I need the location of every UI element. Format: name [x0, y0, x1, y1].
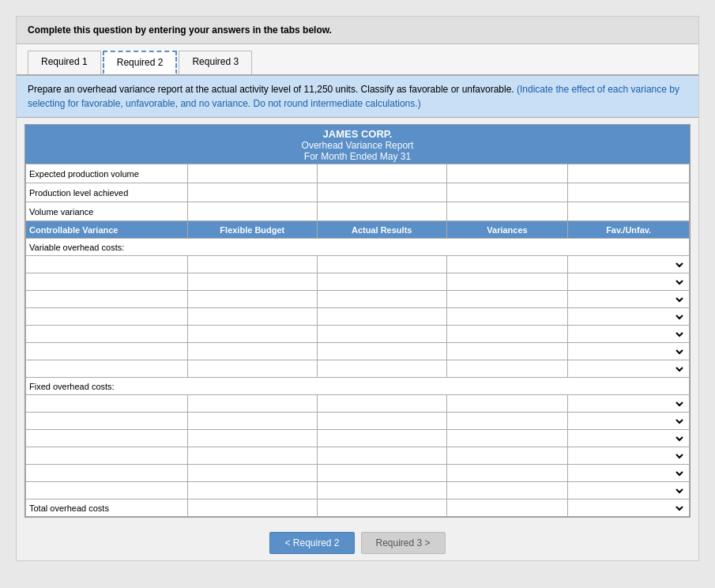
- variable-row-6-variance[interactable]: [446, 343, 568, 360]
- fixed-row-6-flexible[interactable]: [187, 482, 317, 499]
- variable-row-1-actual[interactable]: [317, 256, 446, 273]
- variable-row-5-favunfav[interactable]: FavorableUnfavorableNo variance: [568, 326, 690, 343]
- variable-row-1-variance[interactable]: [446, 256, 568, 273]
- total-variance-input[interactable]: [450, 501, 565, 514]
- variable-row-4-flexible[interactable]: [187, 308, 317, 326]
- fixed-row-2-actual[interactable]: [317, 413, 446, 430]
- fixed-row-5-label[interactable]: [26, 465, 188, 482]
- fixed-row-2-favunfav[interactable]: FavorableUnfavorableNo variance: [568, 413, 690, 430]
- fixed-row-1-favunfav[interactable]: FavorableUnfavorableNo variance: [568, 395, 690, 413]
- variable-row-7-flexible[interactable]: [187, 360, 317, 378]
- total-flexible[interactable]: [187, 499, 317, 517]
- fixed-row-4-flexible[interactable]: [187, 447, 317, 465]
- total-flexible-input[interactable]: [191, 501, 314, 514]
- volume-variance-actual-input[interactable]: [321, 204, 443, 219]
- total-overhead-label: Total overhead costs: [26, 499, 188, 517]
- variable-row-5-variance[interactable]: [446, 326, 568, 343]
- fixed-row-6-label[interactable]: [26, 482, 188, 499]
- fixed-row-3-label[interactable]: [26, 430, 188, 447]
- expected-production-actual[interactable]: [317, 164, 446, 183]
- report-title: Overhead Variance Report: [25, 140, 690, 151]
- variable-row-3-actual[interactable]: [317, 291, 446, 308]
- prev-button[interactable]: < Required 2: [269, 532, 354, 554]
- variable-row-4-actual[interactable]: [317, 308, 446, 326]
- variable-row-3-variance[interactable]: [446, 291, 568, 308]
- variable-row-3-flexible[interactable]: [187, 291, 317, 308]
- tab-required-3[interactable]: Required 3: [179, 51, 252, 74]
- volume-variance-variance: [446, 202, 568, 221]
- variable-row-5-actual[interactable]: [317, 326, 446, 343]
- variable-row-1-flexible[interactable]: [187, 256, 317, 273]
- fixed-row-6-favunfav[interactable]: FavorableUnfavorableNo variance: [568, 482, 690, 499]
- variable-row-4-label[interactable]: [26, 308, 188, 326]
- fixed-row-2-variance[interactable]: [446, 413, 568, 430]
- variable-row-7-variance[interactable]: [446, 360, 568, 378]
- volume-variance-flexible[interactable]: [187, 202, 317, 221]
- table-row: FavorableUnfavorableNo variance: [26, 256, 690, 273]
- fixed-row-4-variance[interactable]: [446, 447, 568, 465]
- fixed-row-1-label[interactable]: [26, 395, 188, 413]
- report-container: JAMES CORP. Overhead Variance Report For…: [24, 124, 691, 518]
- fixed-row-3-flexible[interactable]: [187, 430, 317, 447]
- expected-production-flexible[interactable]: [187, 164, 317, 183]
- fixed-row-1-actual[interactable]: [317, 395, 446, 413]
- next-button[interactable]: Required 3 >: [361, 532, 446, 554]
- fixed-row-4-label[interactable]: [26, 447, 188, 465]
- fixed-row-4-favunfav[interactable]: FavorableUnfavorableNo variance: [568, 447, 690, 465]
- fixed-row-1-variance[interactable]: [446, 395, 568, 413]
- expected-production-label: Expected production volume: [26, 164, 188, 183]
- fav-unfav-header: Fav./Unfav.: [568, 221, 690, 239]
- tab-required-2[interactable]: Required 2: [103, 51, 178, 74]
- fixed-row-5-flexible[interactable]: [187, 465, 317, 482]
- total-favunfav[interactable]: FavorableUnfavorableNo variance: [568, 499, 690, 517]
- fixed-row-5-variance[interactable]: [446, 465, 568, 482]
- variable-row-1-favunfav[interactable]: FavorableUnfavorableNo variance: [568, 256, 690, 273]
- fixed-row-3-actual[interactable]: [317, 430, 446, 447]
- fixed-row-5-favunfav[interactable]: FavorableUnfavorableNo variance: [568, 465, 690, 482]
- fixed-row-2-label[interactable]: [26, 413, 188, 430]
- fixed-row-5-actual[interactable]: [317, 465, 446, 482]
- variable-row-6-flexible[interactable]: [187, 343, 317, 360]
- fixed-row-2-flexible[interactable]: [187, 413, 317, 430]
- fixed-row-6-variance[interactable]: [446, 482, 568, 499]
- production-level-actual[interactable]: [317, 183, 446, 202]
- total-actual[interactable]: [317, 499, 446, 517]
- fixed-row-1-flexible[interactable]: [187, 395, 317, 413]
- fixed-row-3-variance[interactable]: [446, 430, 568, 447]
- volume-variance-actual[interactable]: [317, 202, 446, 221]
- variable-row-6-label[interactable]: [26, 343, 188, 360]
- variable-row-6-actual[interactable]: [317, 343, 446, 360]
- production-level-actual-input[interactable]: [321, 185, 443, 200]
- variable-row-2-actual[interactable]: [317, 273, 446, 291]
- table-row: FavorableUnfavorableNo variance: [26, 482, 690, 499]
- variable-row-3-label[interactable]: [26, 291, 188, 308]
- variable-row-7-actual[interactable]: [317, 360, 446, 378]
- variable-row-4-variance[interactable]: [446, 308, 568, 326]
- variable-row-3-favunfav[interactable]: FavorableUnfavorableNo variance: [568, 291, 690, 308]
- variable-row-6-favunfav[interactable]: FavorableUnfavorableNo variance: [568, 343, 690, 360]
- total-actual-input[interactable]: [321, 501, 443, 514]
- variable-row-2-favunfav[interactable]: FavorableUnfavorableNo variance: [568, 273, 690, 291]
- variable-row-4-favunfav[interactable]: FavorableUnfavorableNo variance: [568, 308, 690, 326]
- table-row: FavorableUnfavorableNo variance: [26, 465, 690, 482]
- expected-production-actual-input[interactable]: [321, 166, 443, 181]
- variable-row-7-favunfav[interactable]: FavorableUnfavorableNo variance: [568, 360, 690, 378]
- production-level-flexible[interactable]: [187, 183, 317, 202]
- description-bar: Prepare an overhead variance report at t…: [17, 76, 698, 118]
- fixed-row-6-actual[interactable]: [317, 482, 446, 499]
- total-variance[interactable]: [446, 499, 568, 517]
- variable-row-2-label[interactable]: [26, 273, 188, 291]
- tab-required-1[interactable]: Required 1: [28, 51, 101, 74]
- variable-row-1-label-input[interactable]: [29, 258, 184, 271]
- variable-row-5-flexible[interactable]: [187, 326, 317, 343]
- volume-variance-flexible-input[interactable]: [191, 204, 314, 219]
- expected-production-flexible-input[interactable]: [191, 166, 314, 181]
- fixed-row-3-favunfav[interactable]: FavorableUnfavorableNo variance: [568, 430, 690, 447]
- fixed-row-4-actual[interactable]: [317, 447, 446, 465]
- variable-row-5-label[interactable]: [26, 326, 188, 343]
- variable-row-7-label[interactable]: [26, 360, 188, 378]
- variable-row-2-variance[interactable]: [446, 273, 568, 291]
- production-level-flexible-input[interactable]: [191, 185, 314, 200]
- variable-row-2-flexible[interactable]: [187, 273, 317, 291]
- variable-row-1-label[interactable]: [26, 256, 188, 273]
